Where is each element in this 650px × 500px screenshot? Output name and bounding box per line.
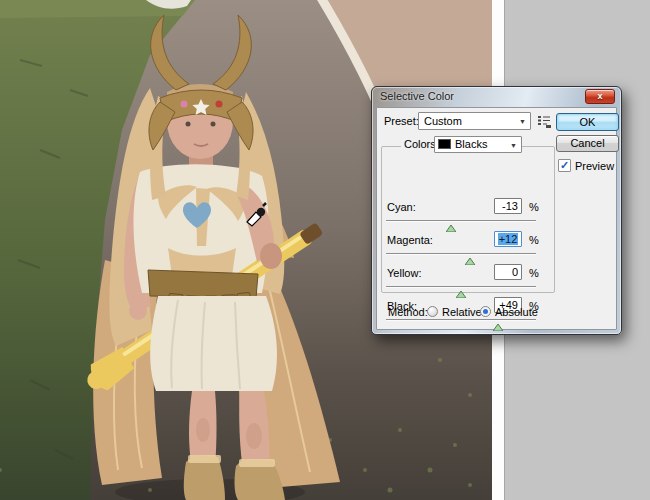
method-label: Method: <box>388 306 428 318</box>
method-radio-1[interactable] <box>480 306 491 317</box>
magenta-slider-track[interactable] <box>386 253 536 255</box>
value-box-cyan[interactable]: -13 <box>494 198 522 214</box>
close-icon: x <box>597 91 602 101</box>
photoshop-workspace: Selective Color x Preset: Custom ▼ <box>0 0 650 500</box>
black-slider-track[interactable] <box>386 319 536 321</box>
preset-value: Custom <box>424 115 462 127</box>
magenta-label: Magenta: <box>387 234 433 246</box>
colors-value: Blacks <box>455 138 487 150</box>
preset-dropdown[interactable]: Custom ▼ <box>418 112 531 130</box>
cyan-slider-track[interactable] <box>386 220 536 222</box>
blacks-color-swatch <box>438 139 451 149</box>
chevron-down-icon: ▼ <box>519 114 526 130</box>
value-box-yellow[interactable]: 0 <box>494 264 522 280</box>
check-icon: ✓ <box>559 160 570 171</box>
preset-label: Preset: <box>384 115 419 127</box>
dialog-body: Preset: Custom ▼ OK Canc <box>376 107 617 330</box>
cancel-button[interactable]: Cancel <box>556 135 619 152</box>
slider-thumb-yellow[interactable] <box>456 288 466 295</box>
method-relative-label: Relative <box>442 306 482 318</box>
preview-label: Preview <box>575 160 614 172</box>
slider-thumb-cyan[interactable] <box>446 222 456 229</box>
method-radio-0[interactable] <box>427 306 438 317</box>
colors-dropdown[interactable]: Blacks ▼ <box>434 136 522 153</box>
selective-color-dialog: Selective Color x Preset: Custom ▼ <box>371 86 622 335</box>
preview-checkbox[interactable]: ✓ <box>558 159 571 172</box>
preset-menu-icon <box>537 115 552 128</box>
slider-thumb-magenta[interactable] <box>465 255 475 262</box>
preset-options-button[interactable] <box>537 115 552 128</box>
dialog-title: Selective Color <box>380 90 454 102</box>
value-box-magenta[interactable]: +12 <box>494 231 522 247</box>
method-absolute-label: Absolute <box>495 306 538 318</box>
yellow-label: Yellow: <box>387 267 421 279</box>
ok-button[interactable]: OK <box>556 113 619 131</box>
chevron-down-icon: ▼ <box>510 138 517 153</box>
dialog-titlebar[interactable]: Selective Color x <box>372 87 621 107</box>
close-button[interactable]: x <box>585 89 615 104</box>
yellow-slider-track[interactable] <box>386 286 536 288</box>
cyan-label: Cyan: <box>387 201 416 213</box>
slider-thumb-black[interactable] <box>493 321 503 328</box>
